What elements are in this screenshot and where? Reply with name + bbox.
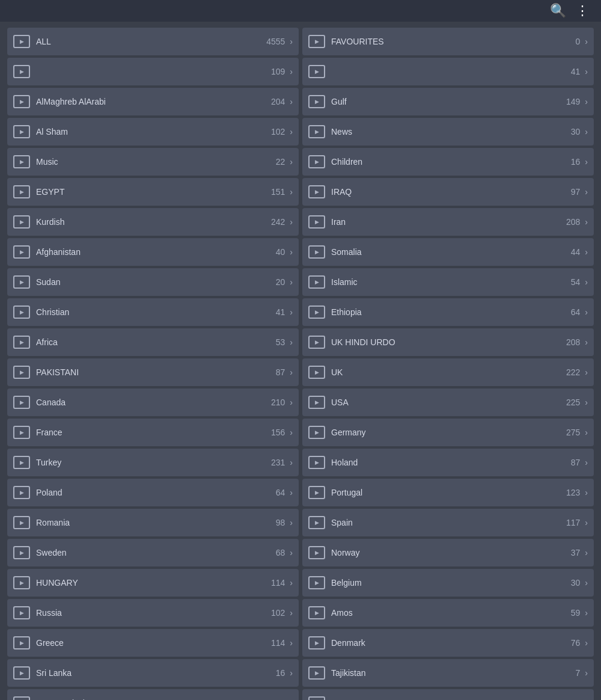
play-icon xyxy=(308,516,325,529)
list-item[interactable]: Holand87› xyxy=(302,449,594,476)
list-item[interactable]: Turkey231› xyxy=(7,449,299,476)
header: 🔍 ⋮ xyxy=(0,0,601,22)
list-item[interactable]: Ethiopia64› xyxy=(302,298,594,326)
play-icon xyxy=(13,456,30,469)
item-count: 208 xyxy=(562,337,580,347)
list-item[interactable]: Al Sham102› xyxy=(7,118,299,146)
list-item[interactable]: Tajikistan7› xyxy=(302,659,594,687)
list-item[interactable]: Ex-Yugoslavian100› xyxy=(7,689,299,700)
play-icon xyxy=(13,606,30,619)
item-name: Gulf xyxy=(331,97,562,106)
list-item[interactable]: Sweden68› xyxy=(7,539,299,566)
play-icon xyxy=(13,426,30,439)
list-item[interactable]: Africa53› xyxy=(7,328,299,356)
play-icon xyxy=(13,125,30,138)
list-item[interactable]: Portugal123› xyxy=(302,479,594,506)
list-item[interactable]: Poland64› xyxy=(7,479,299,506)
list-item[interactable]: Sudan20› xyxy=(7,268,299,296)
list-item[interactable]: Russia102› xyxy=(7,599,299,627)
list-item[interactable]: Norway37› xyxy=(302,539,594,566)
item-name: AlMaghreb AlArabi xyxy=(36,97,267,106)
item-count: 156 xyxy=(267,428,285,437)
play-icon xyxy=(13,245,30,259)
list-item[interactable]: UK HINDI URDO208› xyxy=(302,328,594,356)
list-item[interactable]: Christian41› xyxy=(7,298,299,326)
list-item[interactable]: Iran208› xyxy=(302,208,594,236)
chevron-right-icon: › xyxy=(290,67,293,76)
item-count: 64 xyxy=(267,488,285,497)
chevron-right-icon: › xyxy=(290,97,293,106)
list-item[interactable]: Afghanistan40› xyxy=(7,238,299,266)
chevron-right-icon: › xyxy=(585,307,588,317)
list-item[interactable]: Germany275› xyxy=(302,419,594,446)
list-item[interactable]: Gulf149› xyxy=(302,88,594,115)
list-item[interactable]: France156› xyxy=(7,419,299,446)
play-icon xyxy=(13,636,30,649)
list-item[interactable]: 41› xyxy=(302,58,594,85)
chevron-right-icon: › xyxy=(585,217,588,227)
list-item[interactable]: Music22› xyxy=(7,148,299,176)
item-name: Holand xyxy=(331,458,562,467)
chevron-right-icon: › xyxy=(290,518,293,527)
list-item[interactable]: Spain117› xyxy=(302,509,594,536)
chevron-right-icon: › xyxy=(290,638,293,648)
chevron-right-icon: › xyxy=(290,398,293,407)
list-item[interactable]: Islamic54› xyxy=(302,268,594,296)
list-item[interactable]: HUNGARY114› xyxy=(7,569,299,597)
list-item[interactable]: Kurdish242› xyxy=(7,208,299,236)
chevron-right-icon: › xyxy=(585,367,588,377)
play-icon xyxy=(308,636,325,649)
chevron-right-icon: › xyxy=(585,668,588,678)
item-count: 114 xyxy=(267,578,285,588)
item-name: Russia xyxy=(36,608,267,618)
play-icon xyxy=(308,155,325,168)
item-count: 208 xyxy=(562,217,580,227)
list-item[interactable]: PAKISTANI87› xyxy=(7,358,299,386)
chevron-right-icon: › xyxy=(585,548,588,557)
item-name: IRAQ xyxy=(331,187,562,197)
left-column: ALL4555›109›AlMaghreb AlArabi204›Al Sham… xyxy=(7,28,299,700)
list-item[interactable]: Greece114› xyxy=(7,629,299,657)
chevron-right-icon: › xyxy=(585,157,588,167)
list-item[interactable]: 42› xyxy=(302,689,594,700)
item-count: 68 xyxy=(267,548,285,557)
list-item[interactable]: EGYPT151› xyxy=(7,178,299,206)
list-item[interactable]: ALL4555› xyxy=(7,28,299,55)
list-item[interactable]: Sri Lanka16› xyxy=(7,659,299,687)
item-name: Ethiopia xyxy=(331,307,562,317)
list-item[interactable]: FAVOURITES0› xyxy=(302,28,594,55)
item-count: 114 xyxy=(267,638,285,648)
list-item[interactable]: AlMaghreb AlArabi204› xyxy=(7,88,299,115)
item-count: 87 xyxy=(562,458,580,467)
list-item[interactable]: Children16› xyxy=(302,148,594,176)
list-item[interactable]: Belgium30› xyxy=(302,569,594,597)
chevron-right-icon: › xyxy=(585,127,588,137)
list-item[interactable]: 109› xyxy=(7,58,299,85)
item-name: Somalia xyxy=(331,247,562,257)
item-name: Portugal xyxy=(331,488,562,497)
menu-icon[interactable]: ⋮ xyxy=(576,3,589,19)
play-icon xyxy=(13,155,30,168)
list-item[interactable]: UK222› xyxy=(302,358,594,386)
item-count: 222 xyxy=(562,367,580,377)
item-count: 123 xyxy=(562,488,580,497)
list-item[interactable]: Amos59› xyxy=(302,599,594,627)
list-item[interactable]: USA225› xyxy=(302,388,594,416)
item-name: Islamic xyxy=(331,277,562,287)
chevron-right-icon: › xyxy=(290,458,293,467)
list-item[interactable]: News30› xyxy=(302,118,594,146)
item-count: 225 xyxy=(562,398,580,407)
item-name: Kurdish xyxy=(36,217,267,227)
search-icon[interactable]: 🔍 xyxy=(550,3,566,19)
list-item[interactable]: IRAQ97› xyxy=(302,178,594,206)
play-icon xyxy=(13,546,30,559)
chevron-right-icon: › xyxy=(585,578,588,588)
list-item[interactable]: Canada210› xyxy=(7,388,299,416)
item-count: 64 xyxy=(562,307,580,317)
item-count: 231 xyxy=(267,458,285,467)
list-item[interactable]: Somalia44› xyxy=(302,238,594,266)
play-icon xyxy=(308,35,325,48)
item-count: 210 xyxy=(267,398,285,407)
list-item[interactable]: Denmark76› xyxy=(302,629,594,657)
list-item[interactable]: Romania98› xyxy=(7,509,299,536)
